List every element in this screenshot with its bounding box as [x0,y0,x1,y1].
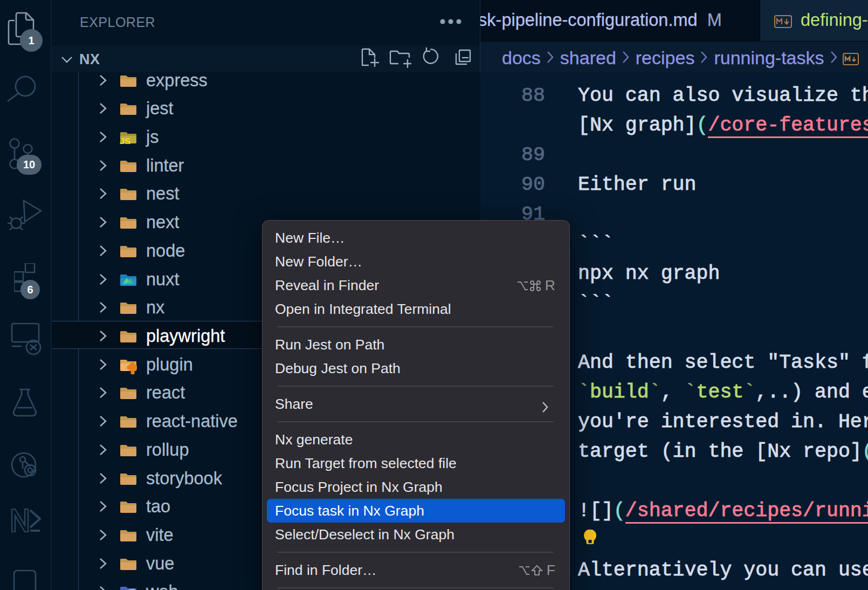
svg-text:JS: JS [120,136,130,144]
